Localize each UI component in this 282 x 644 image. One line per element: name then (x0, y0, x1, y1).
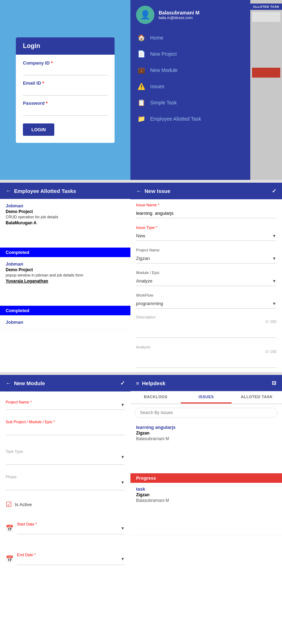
issue-name-group: Issue Name * (130, 199, 282, 222)
status-bar-progress: Progress (130, 473, 282, 483)
end-date-row: 📅 End Date * ▼ (0, 548, 130, 569)
new-project-icon: 📄 (137, 50, 145, 58)
is-active-row: ☑ Is Active (0, 497, 130, 512)
helpdesk-header: ≡ Helpdesk ⊟ (130, 375, 282, 391)
logout-icon[interactable]: ⊟ (272, 380, 276, 386)
phase-wrapper: Phase ▼ (6, 475, 125, 490)
sidebar-item-label: Issues (150, 84, 164, 89)
search-box (135, 408, 278, 418)
new-module-title: New Module (14, 380, 45, 386)
analysis-group: Analysis 0 / 200 (130, 342, 282, 372)
password-input[interactable] (23, 107, 108, 116)
description-group: Description 0 / 200 (130, 312, 282, 342)
tab-alloted-task[interactable]: ALLOTED TASK (232, 391, 282, 403)
password-field: Password * (23, 101, 108, 116)
project-name-label: Project Name (136, 248, 276, 252)
issue-title: task (136, 486, 276, 492)
description-label: Description (136, 315, 276, 319)
issue-title: learning angularjs (136, 425, 276, 430)
task-desc: popup window in jobman and job details f… (6, 273, 125, 277)
start-date-wrapper: Start Date * ▼ (17, 522, 125, 534)
assignee: Yuvaraja Loganathan (6, 279, 125, 284)
sidebar-item-label: Employee Allotted Task (150, 116, 201, 122)
back-arrow-icon[interactable]: ← (136, 188, 142, 194)
search-input[interactable] (140, 410, 272, 415)
project-name-select[interactable]: Zigzan (136, 254, 276, 263)
login-box: Login Company ID * Email ID * Passw (16, 37, 115, 143)
email-input[interactable] (23, 87, 108, 96)
analysis-count: 0 / 200 (136, 350, 276, 354)
back-arrow-icon[interactable]: ← (6, 380, 11, 387)
analysis-label: Analysis (136, 345, 276, 349)
red-bar (252, 68, 280, 78)
login-title: Login (16, 37, 115, 55)
project-name: Demo Project (6, 209, 125, 214)
sub-project-label: Sub Project / Module / Epic * (6, 420, 125, 424)
check-icon[interactable]: ✓ (272, 188, 276, 194)
is-active-label: Is Active (15, 502, 32, 507)
start-date-select[interactable] (17, 526, 125, 534)
password-label: Password * (23, 101, 108, 106)
helpdesk-title: Helpdesk (142, 380, 166, 386)
login-form: Company ID * Email ID * Password * (16, 55, 115, 143)
sidebar-item-label: New Module (150, 67, 178, 73)
issue-card: task Zigzan Balasubramani M (130, 483, 282, 535)
new-module-panel: ← New Module ✓ Project Name * ▼ Sub Proj… (0, 375, 130, 644)
phase-select[interactable] (6, 480, 125, 490)
issue-type-select[interactable]: New (136, 231, 276, 241)
start-date-row: 📅 Start Date * ▼ (0, 518, 130, 539)
module-select[interactable]: Analyze (136, 276, 276, 286)
task-type-label: Task Type (6, 449, 125, 454)
status-bar-completed-1: Completed (0, 248, 130, 257)
phase-group: Phase ▼ (0, 471, 130, 494)
tab-issues[interactable]: ISSUES (181, 391, 231, 403)
profile-email: bala.m@desss.com (159, 16, 200, 20)
new-issue-header: ← New Issue ✓ (130, 183, 282, 199)
simple-task-icon: 📋 (137, 99, 145, 107)
email-field: Email ID * (23, 80, 108, 96)
sidebar-item-label: Home (150, 35, 163, 41)
company-id-input[interactable] (23, 67, 108, 75)
task-item: Jobman (0, 315, 130, 329)
end-date-select[interactable] (17, 557, 125, 565)
back-arrow-icon[interactable]: ← (6, 188, 11, 194)
issue-name-input[interactable] (136, 208, 276, 218)
analysis-textarea[interactable] (136, 354, 276, 368)
calendar-icon: 📅 (6, 524, 13, 532)
issue-type-select-wrapper: New ▼ (136, 231, 276, 241)
divider-1 (0, 180, 282, 183)
new-issue-title: New Issue (145, 188, 170, 194)
helpdesk-header-left: ≡ Helpdesk (136, 380, 165, 386)
task-type-group: Task Type ▼ (0, 446, 130, 468)
issue-sub: Zigzan (136, 431, 276, 436)
task-type-select[interactable] (6, 455, 125, 465)
description-textarea[interactable] (136, 324, 276, 338)
login-button[interactable]: LOGIN (23, 123, 54, 136)
tab-backlogs[interactable]: BACKLOGS (130, 391, 181, 403)
checkbox-checked-icon[interactable]: ☑ (6, 500, 12, 509)
emp-task-icon: 📁 (137, 115, 145, 123)
workflow-select-wrapper: programming ▼ (136, 299, 276, 309)
issues-icon: ⚠️ (137, 83, 145, 90)
project-name-select-wrapper: Zigzan ▼ (136, 254, 276, 263)
project-title: Jobman (6, 320, 125, 325)
row-2: ← Employee Allotted Tasks Jobman Demo Pr… (0, 183, 282, 372)
avatar: 👤 (136, 6, 154, 24)
end-date-wrapper: End Date * ▼ (17, 553, 125, 565)
row-1: Login Company ID * Email ID * Passw (0, 0, 282, 180)
start-date-content: Start Date * ▼ (17, 522, 125, 534)
task-item: Jobman Demo Project CRUD operation for j… (0, 199, 130, 248)
workflow-select[interactable]: programming (136, 299, 276, 309)
project-name-group: Project Name Zigzan ▼ (130, 244, 282, 267)
company-id-field: Company ID * (23, 60, 108, 75)
divider-2 (0, 372, 282, 375)
login-panel: Login Company ID * Email ID * Passw (0, 0, 130, 180)
project-title: Jobman (6, 261, 125, 267)
sub-project-input[interactable] (6, 425, 125, 435)
start-date-label: Start Date * (17, 522, 125, 526)
sidebar-item-label: New Project (150, 51, 177, 57)
issue-type-group: Issue Type * New ▼ (130, 222, 282, 244)
project-name-module-select[interactable] (6, 400, 125, 410)
issue-name-label: Issue Name * (136, 203, 276, 207)
check-icon[interactable]: ✓ (120, 380, 125, 387)
